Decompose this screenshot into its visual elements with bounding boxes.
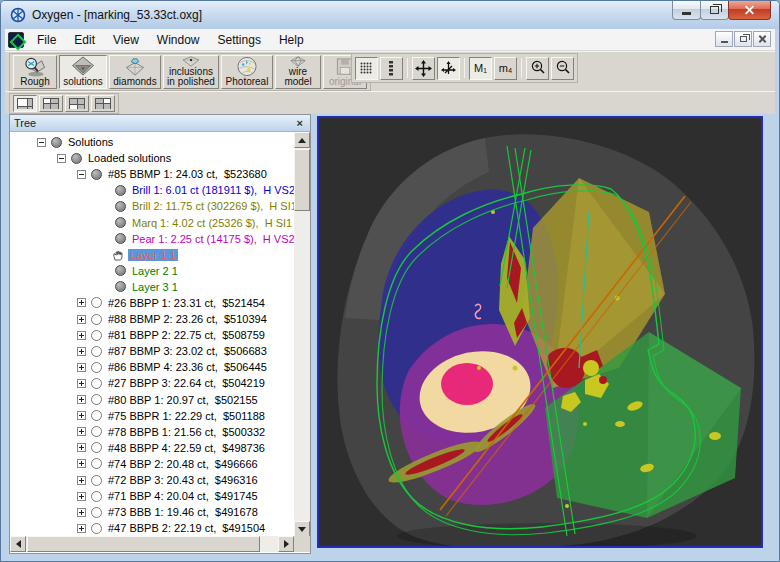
tree-item-brill-2[interactable]: Brill 2: 11.75 ct (302269 $), H SI1: [11, 198, 294, 214]
marker-1-button[interactable]: M₁: [469, 57, 492, 80]
scroll-down-button[interactable]: [294, 521, 310, 537]
expand-expander[interactable]: [77, 315, 86, 324]
tree-item-solution-71[interactable]: #71 BBP 4: 20.04 ct, $491745: [11, 488, 294, 504]
expand-expander[interactable]: [77, 459, 86, 468]
tree-item-solutions[interactable]: Solutions: [11, 134, 294, 150]
title-bar[interactable]: Oxygen - [marking_53.33ct.oxg]: [1, 1, 779, 29]
tree-item-solution-87[interactable]: #87 BBMP 3: 23.02 ct, $506683: [11, 343, 294, 359]
document-icon[interactable]: [8, 32, 24, 48]
collapse-expander[interactable]: [37, 138, 46, 147]
collapse-expander[interactable]: [77, 170, 86, 179]
expand-expander[interactable]: [77, 443, 86, 452]
tree-item-solution-80[interactable]: #80 BBP 1: 20.97 ct, $502155: [11, 392, 294, 408]
main-toolbar: Rough solutions diamonds: [5, 51, 775, 91]
menu-settings[interactable]: Settings: [209, 31, 270, 49]
tree-item-marq-1[interactable]: Marq 1: 4.02 ct (25326 $), H SI1: [11, 214, 294, 230]
diamonds-button[interactable]: diamonds: [109, 55, 161, 89]
tree-item-layer-1[interactable]: Layer 1 1: [11, 247, 294, 263]
expand-expander[interactable]: [77, 476, 86, 485]
node-icon: [91, 426, 102, 437]
mdi-restore-button[interactable]: [734, 31, 752, 47]
tree-item-solution-86[interactable]: #86 BBMP 4: 23.36 ct, $506445: [11, 359, 294, 375]
mdi-close-button[interactable]: [753, 31, 771, 47]
diamonds-icon: [122, 56, 148, 77]
tree-item-solution-81[interactable]: #81 BBPP 2: 22.75 ct, $508759: [11, 327, 294, 343]
layout-single-button[interactable]: [13, 95, 37, 112]
rough-button[interactable]: Rough: [13, 55, 57, 89]
scroll-up-button[interactable]: [294, 132, 310, 148]
rotate-axes-button[interactable]: [437, 57, 460, 80]
tree-item-solution-48[interactable]: #48 BBPP 4: 22.59 ct, $498736: [11, 440, 294, 456]
grid-view-button[interactable]: [355, 57, 378, 80]
layout-button-group: [9, 93, 119, 114]
tree-item-layer-3[interactable]: Layer 3 1: [11, 279, 294, 295]
tree-vertical-scrollbar[interactable]: [294, 132, 310, 537]
tree-item-solution-26[interactable]: #26 BBPP 1: 23.31 ct, $521454: [11, 295, 294, 311]
expand-expander[interactable]: [77, 411, 86, 420]
expand-expander[interactable]: [77, 298, 86, 307]
node-icon: [91, 346, 102, 357]
restore-button[interactable]: [700, 1, 729, 20]
layout-split-top-button[interactable]: [65, 95, 89, 112]
dot-column-icon: [389, 61, 394, 76]
expand-expander[interactable]: [77, 508, 86, 517]
tree-item-solution-72[interactable]: #72 BBP 3: 20.43 ct, $496316: [11, 472, 294, 488]
scroll-left-button[interactable]: [10, 536, 26, 552]
tree-item-brill-1[interactable]: Brill 1: 6.01 ct (181911 $), H VS2: [11, 182, 294, 198]
tree-item-loaded-solutions[interactable]: Loaded solutions: [11, 150, 294, 166]
node-icon: [115, 265, 126, 276]
expand-expander[interactable]: [77, 379, 86, 388]
close-button[interactable]: [728, 1, 771, 20]
tree-item-solution-75[interactable]: #75 BBPR 1: 22.29 ct, $501188: [11, 408, 294, 424]
expand-expander[interactable]: [77, 427, 86, 436]
menu-bar: File Edit View Window Settings Help: [5, 29, 775, 51]
zoom-out-button[interactable]: [551, 57, 574, 80]
tree-item-solution-27[interactable]: #27 BBPP 3: 22.64 ct, $504219: [11, 375, 294, 391]
hand-cursor-icon: [111, 248, 124, 261]
vertical-scroll-thumb[interactable]: [294, 149, 310, 211]
viewport-3d[interactable]: [317, 116, 763, 548]
mdi-minimize-button[interactable]: [715, 31, 733, 47]
minimize-icon: [721, 41, 728, 43]
menu-window[interactable]: Window: [148, 31, 209, 49]
tree-horizontal-scrollbar[interactable]: [10, 536, 294, 552]
inclusions-in-polished-button[interactable]: inclusions in polished: [163, 55, 219, 89]
menu-edit[interactable]: Edit: [65, 31, 104, 49]
list-view-button[interactable]: [380, 57, 403, 80]
tree-close-button[interactable]: ×: [294, 118, 306, 129]
horizontal-scroll-thumb[interactable]: [27, 536, 260, 552]
tree-item-solution-85[interactable]: #85 BBMP 1: 24.03 ct, $523680: [11, 166, 294, 182]
scroll-right-button[interactable]: [278, 536, 294, 552]
arrow-up-icon: [298, 134, 306, 143]
tree-item-pear-1[interactable]: Pear 1: 2.25 ct (14175 $), H VS2: [11, 231, 294, 247]
solutions-button[interactable]: solutions: [59, 55, 107, 89]
pan-button[interactable]: [412, 57, 435, 80]
expand-expander[interactable]: [77, 363, 86, 372]
view-button-group: M₁ m₄: [351, 53, 578, 83]
tree-item-solution-88[interactable]: #88 BBMP 2: 23.26 ct, $510394: [11, 311, 294, 327]
expand-expander[interactable]: [77, 347, 86, 356]
tree-item-solution-74[interactable]: #74 BBP 2: 20.48 ct, $496666: [11, 456, 294, 472]
menu-view[interactable]: View: [104, 31, 148, 49]
marker-4-button[interactable]: m₄: [494, 57, 517, 80]
menu-help[interactable]: Help: [270, 31, 313, 49]
minimize-button[interactable]: [672, 1, 701, 20]
tree-item-solution-47[interactable]: #47 BBPB 2: 22.19 ct, $491504: [11, 520, 294, 534]
expand-expander[interactable]: [77, 492, 86, 501]
wire-model-button[interactable]: wire model: [275, 55, 321, 89]
tree-item-solution-73[interactable]: #73 BBB 1: 19.46 ct, $491678: [11, 504, 294, 520]
zoom-in-button[interactable]: [526, 57, 549, 80]
expand-expander[interactable]: [77, 524, 86, 533]
layout-split-left-button[interactable]: [39, 95, 63, 112]
tree-panel-header[interactable]: Tree ×: [10, 115, 310, 132]
menu-file[interactable]: File: [28, 31, 65, 49]
tree-item-solution-78[interactable]: #78 BBPB 1: 21.56 ct, $500332: [11, 424, 294, 440]
arrow-down-icon: [298, 527, 306, 536]
layout-quad-button[interactable]: [91, 95, 115, 112]
collapse-expander[interactable]: [57, 154, 66, 163]
photoreal-button[interactable]: Photoreal: [221, 55, 273, 89]
tree-item-layer-2[interactable]: Layer 2 1: [11, 263, 294, 279]
expand-expander[interactable]: [77, 395, 86, 404]
tree-view[interactable]: Solutions Loaded solutions #85 BBMP 1: 2…: [11, 132, 294, 534]
expand-expander[interactable]: [77, 331, 86, 340]
